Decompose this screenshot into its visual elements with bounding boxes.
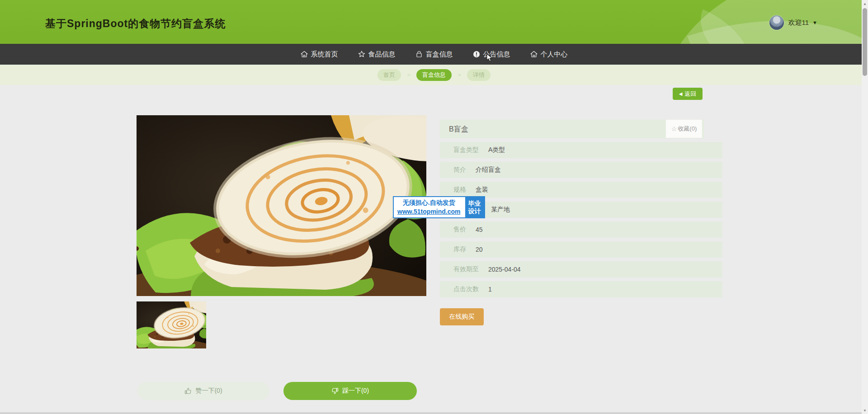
product-title: B盲盒 — [449, 120, 468, 138]
detail-value: 45 — [476, 226, 483, 233]
watermark-line1: 无须担心.自动发货 — [397, 199, 461, 207]
detail-row-price: 售价 45 — [440, 221, 722, 238]
detail-label: 盲盒类型 — [453, 146, 479, 154]
detail-value: 盒装 — [476, 186, 488, 194]
star-icon — [358, 51, 365, 58]
detail-value: 1 — [488, 286, 492, 293]
chevron-down-icon[interactable]: ▼ — [812, 20, 817, 25]
nav-item-home[interactable]: 系统首页 — [301, 50, 338, 59]
avatar[interactable] — [769, 15, 784, 30]
detail-row-type: 盲盒类型 A类型 — [440, 142, 722, 158]
star-outline-icon: ☆ — [671, 125, 677, 132]
favorite-label: 收藏(0) — [678, 125, 697, 133]
thumbs-up-icon — [184, 387, 192, 395]
detail-row-expiry: 有效期至 2025-04-04 — [440, 261, 722, 278]
like-label: 赞一下(0) — [195, 387, 222, 395]
breadcrumb-detail[interactable]: 详情 — [467, 69, 491, 81]
breadcrumb-home[interactable]: 首页 — [377, 69, 401, 81]
nav-label: 系统首页 — [311, 50, 338, 59]
breadcrumb: 首页 = 盲盒信息 = 详情 — [0, 65, 868, 85]
product-title-row: B盲盒 ☆ 收藏(0) — [440, 120, 704, 138]
product-thumbnail[interactable] — [137, 301, 206, 348]
dislike-button[interactable]: 踩一下(0) — [283, 382, 417, 400]
detail-label: 点击次数 — [453, 285, 479, 293]
watermark-text: 无须担心.自动发货 www.51topmind.com — [394, 197, 464, 217]
nav-item-food[interactable]: 食品信息 — [358, 50, 396, 59]
detail-row-stock: 库存 20 — [440, 241, 722, 258]
detail-row-intro: 简介 介绍盲盒 — [440, 162, 722, 178]
watermark-badge-line2: 设计 — [468, 207, 481, 215]
back-label: 返回 — [684, 90, 696, 98]
scrollbar-thumb[interactable] — [863, 8, 867, 76]
watermark-overlay: 无须担心.自动发货 www.51topmind.com 毕业 设计 — [393, 196, 485, 218]
like-button[interactable]: 赞一下(0) — [137, 382, 269, 400]
detail-value: 介绍盲盒 — [476, 166, 501, 174]
back-arrow-icon: ◀ — [679, 91, 683, 96]
scroll-down-arrow[interactable]: ▼ — [862, 407, 868, 414]
main-nav: 系统首页 食品信息 盲盒信息 公告信息 个人中心 — [0, 44, 868, 65]
user-menu[interactable]: 欢迎11 ▼ — [769, 14, 817, 31]
page-title: 基于SpringBoot的食物节约盲盒系统 — [45, 17, 226, 31]
watermark-badge: 毕业 设计 — [464, 197, 484, 217]
nav-item-notice[interactable]: 公告信息 — [473, 50, 510, 59]
detail-label: 售价 — [453, 226, 466, 234]
buy-online-button[interactable]: 在线购买 — [440, 308, 484, 325]
welcome-text: 欢迎11 — [788, 19, 809, 27]
app-header: 基于SpringBoot的食物节约盲盒系统 欢迎11 ▼ — [0, 0, 868, 44]
favorite-button[interactable]: ☆ 收藏(0) — [666, 120, 702, 138]
watermark-url: www.51topmind.com — [397, 208, 461, 215]
nav-label: 食品信息 — [368, 50, 396, 59]
scrollbar[interactable]: ▲ ▼ — [862, 0, 868, 414]
detail-row-clicks: 点击次数 1 — [440, 281, 722, 297]
home-icon — [301, 51, 308, 58]
nav-label: 公告信息 — [483, 50, 510, 59]
lock-icon — [415, 51, 423, 58]
detail-label: 规格 — [453, 186, 466, 194]
exclamation-icon — [473, 51, 480, 58]
breadcrumb-separator: = — [407, 72, 410, 78]
detail-value: A类型 — [488, 146, 505, 154]
back-button[interactable]: ◀ 返回 — [673, 88, 703, 100]
product-detail-list: 盲盒类型 A类型 简介 介绍盲盒 规格 盒装 某产地 售价 45 库存 20 有… — [440, 142, 722, 301]
scroll-up-arrow[interactable]: ▲ — [862, 0, 868, 7]
nav-label: 盲盒信息 — [426, 50, 453, 59]
dislike-label: 踩一下(0) — [342, 387, 369, 395]
detail-label: 库存 — [453, 245, 466, 254]
watermark-badge-line1: 毕业 — [468, 200, 481, 207]
detail-label: 有效期至 — [453, 265, 479, 273]
nav-label: 个人中心 — [541, 50, 568, 59]
breadcrumb-blindbox-active[interactable]: 盲盒信息 — [416, 69, 452, 81]
detail-value: 某产地 — [491, 206, 510, 214]
detail-label: 简介 — [453, 166, 466, 174]
home-icon — [530, 51, 538, 58]
thumbs-down-icon — [331, 387, 339, 395]
detail-value: 2025-04-04 — [488, 266, 521, 273]
page-bottom-edge — [0, 412, 868, 414]
nav-item-personal[interactable]: 个人中心 — [530, 50, 568, 59]
detail-row-spec: 规格 盒装 — [440, 182, 722, 198]
product-image — [137, 115, 426, 296]
detail-value: 20 — [476, 246, 483, 253]
nav-item-blindbox[interactable]: 盲盒信息 — [415, 50, 453, 59]
breadcrumb-separator: = — [458, 72, 461, 78]
